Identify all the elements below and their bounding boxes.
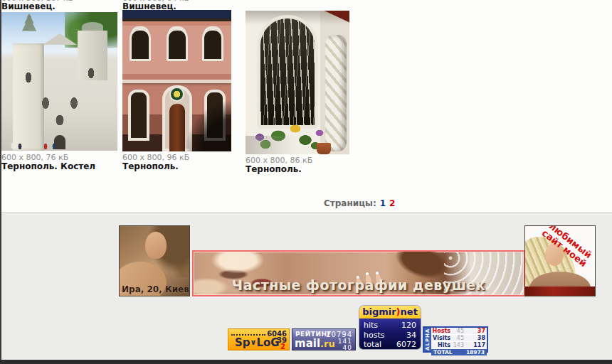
- spiral-column: [325, 35, 347, 151]
- previous-photo-title: Вишневец.: [1, 1, 56, 11]
- alpha-stats: Hosts 45 37 Visits 45 38 Hits 143 117 TO…: [431, 328, 487, 351]
- thumbnail-ternopol-kostel[interactable]: [1, 12, 117, 151]
- photo-title: Тернополь.: [122, 161, 179, 171]
- bigmir-row-total: total6072: [364, 340, 416, 349]
- lower-window: [128, 90, 149, 141]
- bigmir-row-hosts: hosts34: [364, 331, 416, 341]
- ornate-window: [130, 28, 151, 61]
- photo-title: Тернополь. Костел: [1, 161, 95, 171]
- bigmir-logo: bigmir)net: [359, 306, 421, 318]
- arched-window-grille: [257, 15, 318, 129]
- alpha-row-hosts: Hosts 45 37: [431, 328, 487, 335]
- gallery-cell-2: 600 x 800, 64 кБ Вишневец. 600 x 800, 96…: [122, 0, 231, 174]
- bottom-dark-bar: [0, 360, 612, 364]
- pagination-label: Страницы:: [324, 198, 376, 208]
- gallery-cell-1: 600 x 800, 167 кБ Вишневец. 600 x 800, 7…: [1, 0, 117, 174]
- shadow-overlay: [181, 87, 231, 151]
- church-windows: [1, 12, 117, 151]
- alpha-total-row: TOTAL 18973: [431, 349, 487, 355]
- photo-gallery-page: 600 x 800, 167 кБ Вишневец. 600 x 800, 7…: [0, 0, 612, 364]
- dark-strip: [525, 287, 595, 296]
- banner-private-photos[interactable]: Частные фотографии девушек: [192, 250, 525, 296]
- gallery-cell-3: 600 x 800, 86 кБ Тернополь.: [246, 0, 349, 174]
- banner-dating-photo[interactable]: Ира, 20, Киев: [119, 225, 190, 296]
- spylog-logo: Sp∨LoG: [235, 336, 280, 349]
- pagination: Страницы:12: [324, 198, 395, 208]
- sill-shading: [246, 136, 295, 154]
- page-number-link-2[interactable]: 2: [389, 198, 395, 208]
- alpha-row-hits: Hits 143 117: [431, 342, 487, 349]
- bigmir-stats: hits120 hosts34 total6072: [359, 318, 421, 349]
- thumbnail-ternopol-pink-building[interactable]: [122, 10, 231, 151]
- alpha-row-visits: Visits 45 38: [431, 335, 487, 342]
- ornate-window: [202, 28, 223, 61]
- counter-bigmir[interactable]: bigmir)net hits120 hosts34 total6072: [359, 306, 421, 349]
- banner-headline: Частные фотографии девушек: [194, 277, 524, 293]
- mailru-logo: mail.ru: [295, 337, 335, 350]
- banner-caption: Ира, 20, Киев: [122, 284, 189, 294]
- people-figures: [4, 140, 90, 151]
- bigmir-row-hits: hits120: [364, 321, 416, 331]
- mailru-hosts: 40: [343, 344, 352, 351]
- woman-face: [145, 232, 167, 259]
- dotted-leader: [231, 334, 265, 336]
- counter-spylog[interactable]: 6046 39 2 Sp∨LoG: [228, 328, 290, 350]
- banner-favorite-site[interactable]: любимый сайт моей: [524, 225, 596, 296]
- ornate-window: [167, 28, 188, 61]
- photo-title: Тернополь.: [246, 164, 302, 174]
- alpha-vertical-label: ALPHA: [424, 328, 431, 351]
- counter-mailru-rating[interactable]: РЕЙТИНГ 20794 mail.ru 141 40: [292, 328, 356, 350]
- counter-alpha[interactable]: ALPHA Hosts 45 37 Visits 45 38 Hits 143 …: [423, 326, 488, 353]
- thumbnail-ternopol-window[interactable]: [246, 11, 349, 154]
- spylog-row-3: 2: [280, 343, 285, 350]
- cornice: [122, 80, 231, 83]
- flower-pot: [317, 143, 331, 154]
- page-number-current: 1: [380, 198, 386, 208]
